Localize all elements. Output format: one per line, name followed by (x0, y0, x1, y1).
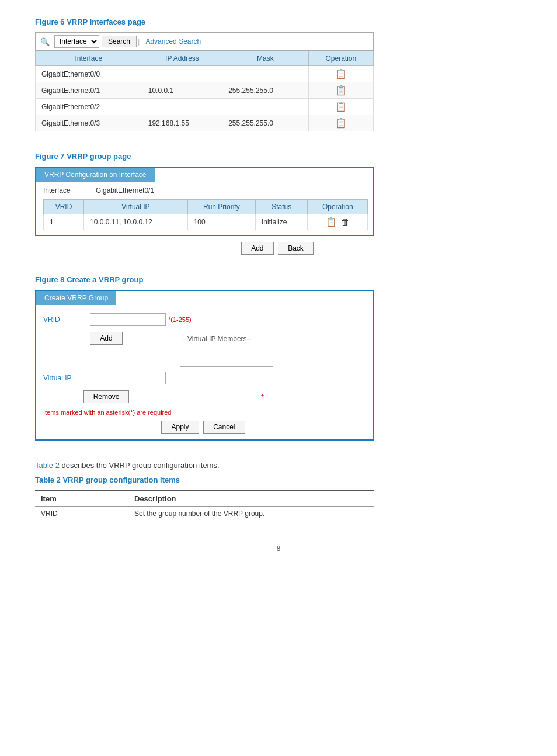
virtual-ip-members-label: --Virtual IP Members-- (183, 335, 252, 343)
virtual-ip-row: Virtual IP (43, 372, 365, 384)
edit-icon[interactable]: 📋 (335, 69, 347, 79)
cell-ip: 192.168.1.55 (142, 115, 222, 131)
vrrp-group-table: VRID Virtual IP Run Priority Status Oper… (43, 199, 368, 230)
table2-title: Table 2 VRRP group configuration items (35, 476, 522, 484)
figure6-title: Figure 6 VRRP interfaces page (35, 18, 522, 26)
cell-vrid: 1 (44, 214, 84, 230)
fig7-buttons: Add Back (35, 242, 522, 255)
cell-interface: GigabitEthernet0/2 (36, 99, 142, 115)
create-vrrp-tab: Create VRRP Group (36, 291, 116, 305)
virtual-ip-label: Virtual IP (43, 374, 90, 382)
figure8-section: Figure 8 Create a VRRP group Create VRRP… (35, 275, 522, 441)
cell-mask: 255.255.255.0 (222, 115, 309, 131)
col-status: Status (256, 200, 308, 214)
vrid-row: VRID *(1-255) (43, 313, 365, 326)
vrid-label: VRID (43, 315, 90, 324)
col-operation: Operation (308, 51, 373, 66)
cell-operation[interactable]: 📋 (308, 99, 373, 115)
table2-link[interactable]: Table 2 (35, 461, 60, 470)
edit-icon[interactable]: 📋 (335, 118, 347, 128)
table-row: VRID Set the group number of the VRRP gr… (35, 507, 374, 521)
edit-icon[interactable]: 📋 (326, 217, 337, 227)
cell-mask (222, 66, 309, 82)
add-button[interactable]: Add (241, 242, 273, 255)
virtual-ip-input[interactable] (90, 372, 166, 384)
config-table: Item Description VRID Set the group numb… (35, 490, 374, 521)
description-body: describes the VRRP group configuration i… (62, 461, 220, 470)
vrrp-config-body: Interface GigabitEthernet0/1 VRID Virtua… (36, 182, 373, 235)
cell-ip (142, 99, 222, 115)
col-operation: Operation (308, 200, 368, 214)
remove-button[interactable]: Remove (83, 390, 130, 403)
description-text: Table 2 describes the VRRP group configu… (35, 461, 522, 470)
interface-row: Interface GigabitEthernet0/1 (43, 186, 365, 195)
cell-interface: GigabitEthernet0/3 (36, 115, 142, 131)
search-bar: 🔍 Interface Search | Advanced Search (35, 32, 374, 51)
virtual-ip-members-box: --Virtual IP Members-- (180, 332, 273, 367)
cell-description: Set the group number of the VRRP group. (128, 507, 374, 521)
cell-operation[interactable]: 📋 (308, 66, 373, 82)
col-virtual-ip: Virtual IP (84, 200, 188, 214)
delete-icon[interactable]: 🗑 (341, 217, 350, 227)
advanced-search-link[interactable]: Advanced Search (145, 37, 201, 46)
create-vrrp-panel: Create VRRP Group VRID *(1-255) Add --Vi… (35, 290, 374, 441)
config-col-description: Description (128, 491, 374, 507)
table-row: GigabitEthernet0/1 10.0.0.1 255.255.255.… (36, 82, 374, 99)
figure6-section: Figure 6 VRRP interfaces page 🔍 Interfac… (35, 18, 522, 131)
cell-run-priority: 100 (187, 214, 255, 230)
cell-operation[interactable]: 📋 (308, 115, 373, 131)
cell-mask: 255.255.255.0 (222, 82, 309, 99)
vrrp-config-panel: VRRP Configuration on Interface Interfac… (35, 167, 374, 236)
cancel-button[interactable]: Cancel (203, 421, 245, 434)
interface-value: GigabitEthernet0/1 (96, 186, 154, 195)
form-actions: Apply Cancel (43, 421, 365, 434)
edit-icon[interactable]: 📋 (335, 85, 347, 95)
required-note: Items marked with an asterisk(*) are req… (43, 409, 365, 416)
interface-table: Interface IP Address Mask Operation Giga… (35, 51, 374, 131)
figure8-title: Figure 8 Create a VRRP group (35, 275, 522, 284)
interface-dropdown[interactable]: Interface (54, 35, 99, 48)
col-ip-address: IP Address (142, 51, 222, 66)
asterisk-marker: * (261, 393, 264, 401)
vrrp-config-tab: VRRP Configuration on Interface (36, 168, 155, 182)
cell-ip: 10.0.0.1 (142, 82, 222, 99)
col-mask: Mask (222, 51, 309, 66)
figure7-title: Figure 7 VRRP group page (35, 152, 522, 161)
add-virtual-ip-button[interactable]: Add (90, 332, 122, 345)
search-icon: 🔍 (40, 37, 50, 46)
description-section: Table 2 describes the VRRP group configu… (35, 461, 522, 521)
col-run-priority: Run Priority (187, 200, 255, 214)
back-button[interactable]: Back (278, 242, 314, 255)
vrid-input[interactable] (90, 313, 166, 326)
table-row: 1 10.0.0.11, 10.0.0.12 100 Initialize 📋 … (44, 214, 368, 230)
edit-icon[interactable]: 📋 (335, 102, 347, 112)
cell-mask (222, 99, 309, 115)
vrid-hint: *(1-255) (168, 316, 192, 323)
table-row: GigabitEthernet0/2 📋 (36, 99, 374, 115)
cell-operation[interactable]: 📋 (308, 82, 373, 99)
cell-interface: GigabitEthernet0/1 (36, 82, 142, 99)
cell-item: VRID (35, 507, 128, 521)
cell-virtual-ip: 10.0.0.11, 10.0.0.12 (84, 214, 188, 230)
search-button[interactable]: Search (102, 36, 137, 47)
col-interface: Interface (36, 51, 142, 66)
page-number: 8 (35, 545, 522, 553)
cell-status: Initialize (256, 214, 308, 230)
apply-button[interactable]: Apply (161, 421, 199, 434)
table-row: GigabitEthernet0/0 📋 (36, 66, 374, 82)
config-col-item: Item (35, 491, 128, 507)
interface-label: Interface (43, 186, 96, 195)
table-row: GigabitEthernet0/3 192.168.1.55 255.255.… (36, 115, 374, 131)
figure7-section: Figure 7 VRRP group page VRRP Configurat… (35, 152, 522, 255)
create-vrrp-body: VRID *(1-255) Add --Virtual IP Members--… (36, 305, 373, 439)
cell-operation[interactable]: 📋 🗑 (308, 214, 368, 230)
cell-interface: GigabitEthernet0/0 (36, 66, 142, 82)
cell-ip (142, 66, 222, 82)
col-vrid: VRID (44, 200, 84, 214)
